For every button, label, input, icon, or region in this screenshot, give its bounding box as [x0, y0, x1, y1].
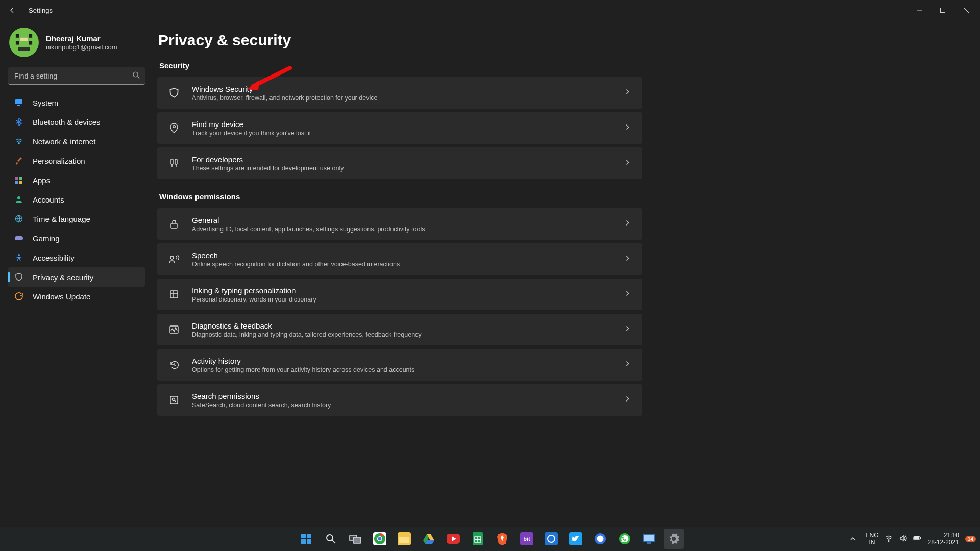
volume-icon[interactable]: [899, 534, 907, 544]
search-perm-icon: [168, 395, 180, 405]
sync-icon: [14, 292, 23, 300]
wifi-icon[interactable]: [885, 534, 893, 544]
minimize-button[interactable]: [908, 0, 931, 20]
taskbar-google-drive[interactable]: [419, 529, 439, 549]
section-heading: Windows permissions: [159, 192, 966, 201]
search-box[interactable]: [8, 67, 145, 85]
card-desc: Options for getting more from your activ…: [192, 366, 611, 373]
svg-rect-25: [170, 291, 178, 298]
taskbar-monitor-app[interactable]: [639, 529, 659, 549]
setting-card-searchperm[interactable]: Search permissions SafeSearch, cloud con…: [157, 384, 642, 416]
card-desc: Antivirus, browser, firewall, and networ…: [192, 94, 611, 102]
svg-rect-3: [29, 34, 32, 38]
brush-icon: [14, 157, 23, 165]
sidebar-item-label: Bluetooth & devices: [33, 118, 101, 127]
sidebar-item-apps[interactable]: Apps: [8, 170, 145, 190]
card-title: Activity history: [192, 357, 611, 365]
svg-rect-32: [307, 539, 311, 544]
sidebar-item-label: Privacy & security: [33, 273, 93, 282]
card-desc: Online speech recognition for dictation …: [192, 261, 611, 268]
sidebar-item-update[interactable]: Windows Update: [8, 287, 145, 306]
taskbar-google-sheets[interactable]: [468, 529, 488, 549]
card-title: General: [192, 216, 611, 224]
battery-icon[interactable]: [913, 534, 921, 544]
dev-tools-icon: [168, 158, 180, 168]
setting-card-general[interactable]: General Advertising ID, local content, a…: [157, 208, 642, 240]
svg-point-24: [170, 256, 174, 259]
svg-point-28: [173, 398, 175, 401]
svg-rect-15: [19, 181, 22, 184]
taskbar-file-explorer[interactable]: [394, 529, 414, 549]
maximize-button[interactable]: [931, 0, 954, 20]
card-title: For developers: [192, 155, 611, 164]
lang-bottom: IN: [869, 539, 875, 546]
chevron-right-icon: [624, 159, 631, 168]
svg-point-8: [133, 72, 138, 77]
sidebar-item-label: Accessibility: [33, 254, 75, 262]
profile-email: nikunpubg1@gmail.com: [46, 43, 117, 51]
setting-card-inking[interactable]: Inking & typing personalization Personal…: [157, 279, 642, 310]
profile-block[interactable]: Dheeraj Kumar nikunpubg1@gmail.com: [9, 28, 145, 57]
sidebar-item-privacy[interactable]: Privacy & security: [8, 267, 145, 287]
search-input[interactable]: [8, 67, 145, 85]
setting-card-activity[interactable]: Activity history Options for getting mor…: [157, 349, 642, 381]
taskbar-bit-app[interactable]: bit: [517, 529, 537, 549]
sidebar-item-time[interactable]: Time & language: [8, 209, 145, 229]
taskbar-whatsapp[interactable]: [615, 529, 635, 549]
bluetooth-icon: [14, 118, 23, 126]
chevron-right-icon: [624, 325, 631, 334]
wifi-icon: [14, 137, 23, 145]
taskbar-brave[interactable]: [492, 529, 512, 549]
history-icon: [168, 360, 180, 370]
sidebar: Dheeraj Kumar nikunpubg1@gmail.com Syste…: [0, 20, 153, 527]
chevron-right-icon: [624, 360, 631, 369]
tray-overflow-button[interactable]: [847, 529, 859, 549]
title-bar: Settings: [0, 0, 980, 20]
setting-card-dev[interactable]: For developers These settings are intend…: [157, 147, 642, 179]
taskbar-youtube[interactable]: [443, 529, 463, 549]
svg-rect-12: [15, 177, 18, 180]
chevron-right-icon: [624, 395, 631, 405]
svg-rect-23: [171, 223, 177, 228]
back-button[interactable]: [4, 2, 20, 18]
geo-person-icon: [168, 123, 180, 133]
nav-list: System Bluetooth & devices Network & int…: [8, 93, 145, 306]
chevron-right-icon: [624, 219, 631, 229]
setting-card-findmy[interactable]: Find my device Track your device if you …: [157, 112, 642, 144]
clock[interactable]: 21:10 28-12-2021: [927, 532, 959, 546]
sidebar-item-label: System: [33, 98, 58, 107]
setting-card-speech[interactable]: Speech Online speech recognition for dic…: [157, 243, 642, 275]
svg-rect-35: [353, 537, 361, 543]
taskbar-blue-circle-app[interactable]: [541, 529, 561, 549]
card-desc: Diagnostic data, inking and typing data,…: [192, 331, 611, 338]
globe-icon: [14, 215, 23, 223]
svg-point-53: [889, 540, 890, 541]
sidebar-item-accessibility[interactable]: Accessibility: [8, 248, 145, 267]
language-indicator[interactable]: ENG IN: [865, 532, 878, 546]
sidebar-item-accounts[interactable]: Accounts: [8, 190, 145, 209]
close-button[interactable]: [954, 0, 978, 20]
setting-card-winsec[interactable]: Windows Security Antivirus, browser, fir…: [157, 77, 642, 109]
sidebar-item-gaming[interactable]: Gaming: [8, 229, 145, 248]
sidebar-item-network[interactable]: Network & internet: [8, 132, 145, 151]
card-desc: Personal dictionary, words in your dicti…: [192, 296, 611, 303]
taskbar-start-button[interactable]: [296, 529, 316, 549]
setting-card-diag[interactable]: Diagnostics & feedback Diagnostic data, …: [157, 314, 642, 345]
sidebar-item-personalization[interactable]: Personalization: [8, 151, 145, 170]
taskbar-twitter[interactable]: [566, 529, 586, 549]
sidebar-item-bluetooth[interactable]: Bluetooth & devices: [8, 112, 145, 132]
taskbar-chrome[interactable]: [370, 529, 390, 549]
card-desc: Track your device if you think you've lo…: [192, 130, 611, 137]
svg-rect-40: [399, 537, 409, 543]
taskbar-search-button[interactable]: [321, 529, 341, 549]
taskbar-signal[interactable]: [590, 529, 610, 549]
taskbar-settings-app[interactable]: [664, 529, 684, 549]
monitor-icon: [14, 98, 23, 107]
taskbar-task-view-button[interactable]: [345, 529, 365, 549]
person-icon: [14, 195, 23, 204]
card-title: Diagnostics & feedback: [192, 321, 611, 330]
sidebar-item-system[interactable]: System: [8, 93, 145, 112]
sidebar-item-label: Personalization: [33, 157, 85, 165]
notification-badge[interactable]: 14: [965, 536, 976, 542]
lang-top: ENG: [865, 532, 878, 539]
